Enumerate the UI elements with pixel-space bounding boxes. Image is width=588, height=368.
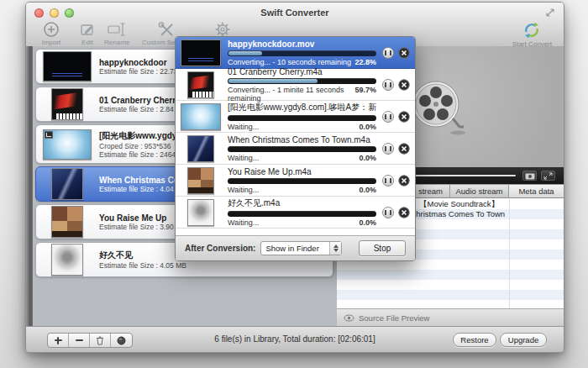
cancel-button[interactable] xyxy=(398,79,410,91)
sync-arrows-icon xyxy=(522,21,542,39)
pause-button[interactable] xyxy=(382,47,394,59)
pause-icon xyxy=(385,114,391,119)
album-art-thumbnail xyxy=(187,135,214,162)
cancel-button[interactable] xyxy=(398,143,410,155)
item-size: Estimate file Size : 4.05 MB xyxy=(99,261,186,270)
conversion-status: Waiting... xyxy=(228,218,259,227)
album-art-thumbnail xyxy=(51,168,83,200)
pause-button[interactable] xyxy=(382,175,394,187)
pause-icon xyxy=(385,178,391,183)
dropdown-value: Show in Finder xyxy=(261,244,329,253)
pane-edge xyxy=(26,46,33,327)
video-thumbnail xyxy=(43,51,92,81)
progress-bar xyxy=(228,78,376,84)
crop-badge-icon xyxy=(45,131,53,139)
plus-circle-icon xyxy=(41,21,61,38)
tab-meta-data[interactable]: Meta data xyxy=(509,185,564,197)
progress-bar xyxy=(228,50,376,56)
conversion-row[interactable]: When Christmas Comes To Town.m4a Waiting… xyxy=(176,133,415,165)
eye-icon xyxy=(344,314,354,322)
item-size: Estimate file Size : 2.84 MB xyxy=(99,105,186,113)
after-conversion-dropdown[interactable]: Show in Finder xyxy=(260,241,342,255)
converting-filename: You Raise Me Up.m4a xyxy=(228,167,376,176)
conversion-percent: 0.0% xyxy=(359,218,376,227)
album-art-thumbnail xyxy=(51,244,83,276)
conversion-row[interactable]: happyknockdoor.mov Converting... - 10 se… xyxy=(176,37,415,69)
video-thumbnail xyxy=(181,39,221,66)
progress-bar xyxy=(228,115,376,121)
pause-icon xyxy=(385,146,391,151)
status-bar: 6 file(s) in Library, Total duration: [0… xyxy=(26,326,564,352)
cancel-button[interactable] xyxy=(398,207,410,218)
pause-icon xyxy=(385,50,391,55)
item-size: Estimate file Size : 3.90 MB xyxy=(99,223,186,231)
app-window: Swift Converter Import Edit xyxy=(25,2,564,353)
conversion-status: Converting... - 10 seconds remaining xyxy=(228,58,351,66)
cancel-button[interactable] xyxy=(398,175,410,187)
conversion-percent: 0.0% xyxy=(359,123,376,131)
conversion-row[interactable]: [阳光电影www.ygdy8.com].哆啦A梦：新·大雄的大魔境.BD.720… xyxy=(176,101,415,133)
fullscreen-icon[interactable] xyxy=(545,8,555,18)
meta-value: 【Movie Soundtrack】 xyxy=(419,199,499,209)
converting-filename: 01 Cranberry Cherry.m4a xyxy=(228,67,376,76)
camera-icon xyxy=(525,172,535,180)
item-title: You Raise Me Up xyxy=(99,213,186,223)
rename-label: Rename xyxy=(104,39,129,46)
progress-fill xyxy=(228,79,318,83)
pause-button[interactable] xyxy=(382,111,394,123)
cancel-button[interactable] xyxy=(398,47,410,59)
progress-fill xyxy=(228,51,262,55)
rename-button[interactable]: Rename xyxy=(104,21,129,46)
edit-label: Edit xyxy=(81,39,93,46)
restore-button[interactable]: Restore xyxy=(453,333,496,347)
item-title: 好久不见 xyxy=(99,250,186,261)
conversion-status: Waiting... xyxy=(228,154,259,162)
tab-audio-stream[interactable]: Audio stream xyxy=(450,185,509,197)
conversion-percent: 22.8% xyxy=(354,58,376,66)
pause-button[interactable] xyxy=(382,143,394,155)
progress-bar xyxy=(228,146,376,152)
album-art-thumbnail xyxy=(187,199,214,226)
pause-button[interactable] xyxy=(382,207,394,218)
album-art-thumbnail xyxy=(51,88,83,120)
fullscreen-preview-button[interactable] xyxy=(541,171,555,181)
conversion-row[interactable]: You Raise Me Up.m4a Waiting...0.0% xyxy=(176,165,415,197)
dropdown-stepper-icon xyxy=(329,242,341,255)
pause-icon xyxy=(385,210,391,215)
conversion-row[interactable]: 好久不见.m4a Waiting...0.0% xyxy=(176,197,415,229)
import-button[interactable]: Import xyxy=(41,21,61,46)
progress-bar xyxy=(228,178,376,184)
converting-filename: happyknockdoor.mov xyxy=(228,39,376,49)
after-conversion-label: After Conversion: xyxy=(185,244,255,253)
expand-arrows-icon xyxy=(543,172,553,180)
conversion-dialog: happyknockdoor.mov Converting... - 10 se… xyxy=(175,36,416,261)
dialog-footer: After Conversion: Show in Finder Stop xyxy=(176,235,415,260)
progress-bar xyxy=(228,211,376,217)
conversion-status: Waiting... xyxy=(228,186,259,194)
converting-filename: 好久不见.m4a xyxy=(228,197,376,209)
edit-button[interactable]: Edit xyxy=(79,21,96,46)
gear-icon xyxy=(214,21,231,38)
import-label: Import xyxy=(42,39,61,46)
conversion-status: Waiting... xyxy=(228,123,259,131)
film-reel-icon xyxy=(409,78,468,139)
conversion-percent: 59.7% xyxy=(354,86,376,103)
source-preview-label: Source File Preview xyxy=(359,313,429,323)
start-convert-button[interactable]: Start Convert xyxy=(512,21,552,48)
upgrade-button[interactable]: Upgrade xyxy=(500,333,547,347)
album-art-thumbnail xyxy=(187,167,214,194)
source-preview-bar: Source File Preview xyxy=(337,308,564,327)
stop-button[interactable]: Stop xyxy=(359,240,406,256)
meta-row[interactable] xyxy=(337,290,564,300)
album-art-thumbnail xyxy=(187,71,214,98)
snapshot-button[interactable] xyxy=(522,171,537,181)
converting-filename: [阳光电影www.ygdy8.com].哆啦A梦：新·大雄的大魔境.BD.720… xyxy=(228,102,376,113)
meta-row[interactable] xyxy=(337,270,564,280)
pencil-square-icon xyxy=(79,21,96,38)
pause-button[interactable] xyxy=(382,79,394,91)
album-art-thumbnail xyxy=(51,206,83,238)
conversion-percent: 0.0% xyxy=(359,154,376,162)
meta-row[interactable] xyxy=(337,280,564,290)
conversion-row[interactable]: 01 Cranberry Cherry.m4a Converting... - … xyxy=(176,69,415,101)
cancel-button[interactable] xyxy=(398,111,410,123)
